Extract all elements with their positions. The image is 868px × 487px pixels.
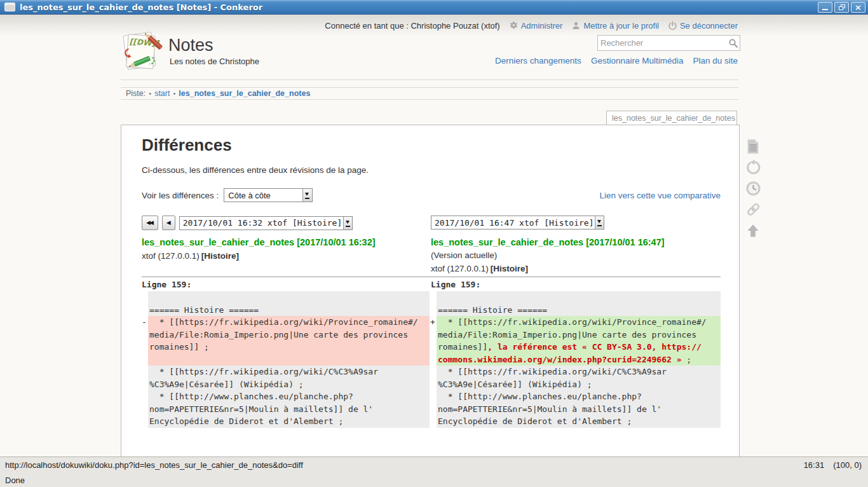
status-bar: http://localhost/dokuwiki/doku.php?id=le…	[0, 456, 868, 487]
back-to-top-icon	[746, 223, 760, 238]
breadcrumb-link-current[interactable]: les_notes_sur_le_cahier_de_notes	[179, 89, 310, 98]
restore-icon	[839, 4, 845, 10]
content-box: Différences Ci-dessous, les différences …	[121, 125, 740, 457]
site-tagline: Les notes de Christophe	[170, 57, 259, 66]
right-author: xtof (127.0.0.1)	[431, 264, 489, 273]
status-position: (100, 0)	[833, 460, 862, 470]
logout-link[interactable]: Se déconnecter	[668, 21, 738, 31]
back-to-top-button[interactable]	[745, 222, 761, 238]
diff-marker-right	[430, 366, 437, 428]
search-box	[597, 35, 740, 51]
logout-label: Se déconnecter	[680, 21, 738, 31]
minimize-button[interactable]	[818, 2, 832, 13]
diff-header-divider	[142, 277, 721, 277]
backlinks-icon	[745, 202, 761, 217]
site-tools: Derniers changements Gestionnaire Multim…	[495, 56, 738, 65]
show-page-icon	[746, 139, 760, 154]
update-profile-label: Mettre à jour le profil	[583, 21, 659, 31]
site-logo[interactable]: [[DW]]	[119, 31, 163, 73]
revert-button[interactable]	[745, 159, 761, 175]
left-author: xtof (127.0.0.1)	[142, 251, 200, 261]
window-icon	[4, 3, 15, 11]
recent-changes-link[interactable]: Derniers changements	[495, 56, 581, 65]
close-button[interactable]	[851, 2, 865, 13]
page-tools	[745, 138, 761, 238]
left-revision-meta: xtof (127.0.0.1)[Histoire]	[142, 251, 239, 261]
user-icon	[571, 21, 581, 31]
admin-link[interactable]: Administrer	[509, 21, 563, 31]
power-icon	[668, 21, 677, 31]
header-divider	[121, 79, 738, 80]
right-line-label: Ligne 159:	[431, 279, 480, 291]
page-tab: les_notes_sur_le_cahier_de_notes	[606, 111, 737, 125]
view-select-label: Voir les différences :	[142, 191, 219, 200]
sitemap-link[interactable]: Plan du site	[693, 56, 738, 65]
first-revision-button[interactable]: ◀◀	[142, 216, 158, 230]
right-revision-select[interactable]: 2017/10/01 16:47 xtof [Histoire]	[431, 216, 604, 230]
rewind-icon: ◀◀	[146, 220, 153, 226]
diff-marker-left	[142, 366, 148, 428]
diff-cell-left-context: ====== Histoire ======	[148, 291, 430, 316]
search-button[interactable]	[727, 37, 740, 50]
diff-cell-right-context: ====== Histoire ======	[437, 291, 721, 316]
left-revision-select[interactable]: 2017/10/01 16:32 xtof [Histoire]	[179, 216, 353, 230]
diff-cell-right-context: * [[https://fr.wikipedia.org/wiki/C%C3%A…	[437, 366, 721, 428]
page-title: Différences	[142, 135, 232, 155]
window-title: les_notes_sur_le_cahier_de_notes [Notes]…	[20, 3, 262, 12]
restore-button[interactable]	[834, 2, 849, 13]
show-page-button[interactable]	[745, 138, 761, 154]
previous-revision-button[interactable]: ◀	[162, 216, 175, 230]
diff-marker-left	[142, 291, 148, 316]
breadcrumb: Piste: • start • les_notes_sur_le_cahier…	[121, 87, 738, 100]
backlinks-button[interactable]	[745, 201, 761, 217]
logged-in-text: Connecté en tant que : Christophe Pouzat…	[325, 21, 499, 31]
status-message: Done	[5, 476, 25, 485]
right-history-label: [Histoire]	[491, 264, 528, 273]
site-title[interactable]: Notes	[168, 36, 214, 55]
diff-view-select[interactable]: Côte à côte	[224, 188, 313, 202]
diff-cell-left-deleted: * [[https://fr.wikipedia.org/wiki/Provin…	[148, 316, 430, 366]
search-input[interactable]	[598, 37, 727, 49]
chevron-down-icon	[595, 216, 604, 229]
diff-cell-right-added: * [[https://fr.wikipedia.org/wiki/Provin…	[437, 316, 721, 366]
compare-view-link[interactable]: Lien vers cette vue comparative	[599, 191, 721, 200]
media-manager-link[interactable]: Gestionnaire Multimédia	[591, 56, 684, 65]
right-revision-meta: xtof (127.0.0.1)[Histoire]	[431, 264, 528, 273]
breadcrumb-separator: •	[149, 90, 151, 97]
chevron-down-icon	[343, 217, 352, 230]
breadcrumb-label: Piste:	[126, 89, 146, 98]
update-profile-link[interactable]: Mettre à jour le profil	[571, 21, 659, 31]
left-line-label: Ligne 159:	[142, 279, 191, 291]
right-revision-title[interactable]: les_notes_sur_le_cahier_de_notes [2017/1…	[431, 237, 665, 247]
admin-link-label: Administrer	[521, 21, 563, 31]
magnifier-icon	[728, 38, 738, 48]
diff-marker-left: -	[142, 316, 148, 366]
view-select-value: Côte à côte	[224, 191, 275, 200]
window-controls	[818, 2, 865, 13]
breadcrumb-link-start[interactable]: start	[154, 89, 170, 98]
breadcrumb-separator: •	[173, 90, 175, 97]
left-revision-title[interactable]: les_notes_sur_le_cahier_de_notes [2017/1…	[142, 237, 376, 247]
status-right: 16:31 (100, 0)	[804, 460, 862, 470]
intro-text: Ci-dessous, les différences entre deux r…	[142, 165, 369, 175]
old-revisions-button[interactable]	[745, 180, 761, 196]
diff-marker-right: +	[430, 316, 437, 366]
status-clock: 16:31	[804, 460, 825, 470]
right-revision-value: 2017/10/01 16:47 xtof [Histoire]	[431, 218, 595, 228]
left-history-label: [Histoire]	[201, 251, 239, 261]
diff-table: ====== Histoire ====== ====== Histoire =…	[142, 291, 721, 428]
gear-icon	[509, 21, 519, 31]
close-icon	[855, 3, 862, 11]
window-titlebar: les_notes_sur_le_cahier_de_notes [Notes]…	[0, 0, 868, 15]
left-revision-value: 2017/10/01 16:32 xtof [Histoire]	[180, 218, 343, 228]
diff-cell-left-context: * [[https://fr.wikipedia.org/wiki/C%C3%A…	[148, 366, 430, 428]
status-url: http://localhost/dokuwiki/doku.php?id=le…	[5, 460, 303, 470]
diff-marker-right	[430, 291, 437, 316]
conkeror-window: les_notes_sur_le_cahier_de_notes [Notes]…	[0, 0, 868, 487]
chevron-down-icon	[302, 189, 312, 202]
previous-icon: ◀	[166, 220, 171, 226]
revert-icon	[745, 160, 761, 175]
revision-nav-row: ◀◀ ◀ 2017/10/01 16:32 xtof [Histoire]	[142, 216, 353, 230]
revisions-clock-icon	[745, 181, 761, 196]
account-bar: Connecté en tant que : Christophe Pouzat…	[325, 21, 738, 31]
